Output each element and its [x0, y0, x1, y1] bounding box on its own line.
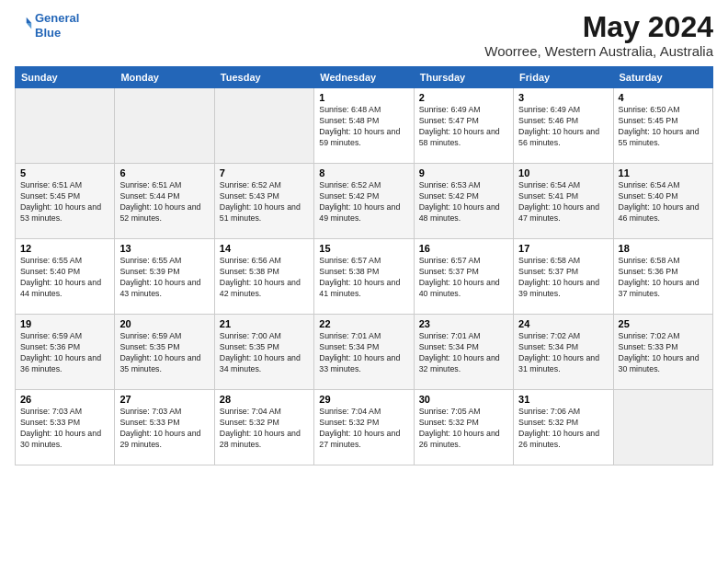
calendar-cell-w3-d4: 23Sunrise: 7:01 AMSunset: 5:34 PMDayligh…	[414, 315, 513, 390]
day-info: Sunrise: 6:50 AMSunset: 5:45 PMDaylight:…	[619, 105, 708, 149]
day-number: 26	[20, 394, 109, 405]
calendar-cell-w0-d3: 1Sunrise: 6:48 AMSunset: 5:48 PMDaylight…	[314, 88, 414, 164]
calendar-row-3: 19Sunrise: 6:59 AMSunset: 5:36 PMDayligh…	[16, 315, 713, 390]
day-number: 7	[220, 167, 309, 178]
day-info: Sunrise: 6:57 AMSunset: 5:38 PMDaylight:…	[319, 256, 408, 300]
header-saturday: Saturday	[613, 67, 712, 88]
calendar-cell-w4-d4: 30Sunrise: 7:05 AMSunset: 5:32 PMDayligh…	[414, 390, 513, 465]
calendar-cell-w3-d5: 24Sunrise: 7:02 AMSunset: 5:34 PMDayligh…	[514, 315, 613, 390]
calendar-cell-w1-d2: 7Sunrise: 6:52 AMSunset: 5:43 PMDaylight…	[214, 164, 313, 239]
day-number: 25	[619, 318, 708, 329]
calendar-cell-w3-d3: 22Sunrise: 7:01 AMSunset: 5:34 PMDayligh…	[314, 315, 414, 390]
calendar-cell-w4-d5: 31Sunrise: 7:06 AMSunset: 5:32 PMDayligh…	[514, 390, 613, 465]
svg-marker-1	[27, 23, 31, 29]
day-info: Sunrise: 6:48 AMSunset: 5:48 PMDaylight:…	[319, 105, 408, 149]
location-title: Woorree, Western Australia, Australia	[484, 43, 713, 59]
calendar-row-4: 26Sunrise: 7:03 AMSunset: 5:33 PMDayligh…	[16, 390, 713, 465]
calendar-cell-w4-d2: 28Sunrise: 7:04 AMSunset: 5:32 PMDayligh…	[214, 390, 313, 465]
day-number: 4	[619, 92, 708, 103]
day-number: 19	[20, 318, 109, 329]
calendar-cell-w1-d4: 9Sunrise: 6:53 AMSunset: 5:42 PMDaylight…	[414, 164, 513, 239]
logo-icon	[15, 15, 33, 33]
calendar: Sunday Monday Tuesday Wednesday Thursday…	[15, 66, 713, 465]
day-number: 5	[20, 167, 109, 178]
day-number: 3	[518, 92, 608, 103]
calendar-cell-w0-d1	[115, 88, 214, 164]
calendar-cell-w4-d1: 27Sunrise: 7:03 AMSunset: 5:33 PMDayligh…	[115, 390, 214, 465]
calendar-cell-w2-d1: 13Sunrise: 6:55 AMSunset: 5:39 PMDayligh…	[115, 239, 214, 315]
calendar-cell-w1-d1: 6Sunrise: 6:51 AMSunset: 5:44 PMDaylight…	[115, 164, 214, 239]
day-number: 6	[119, 167, 209, 178]
calendar-cell-w0-d6: 4Sunrise: 6:50 AMSunset: 5:45 PMDaylight…	[613, 88, 712, 164]
calendar-cell-w3-d6: 25Sunrise: 7:02 AMSunset: 5:33 PMDayligh…	[613, 315, 712, 390]
title-area: May 2024 Woorree, Western Australia, Aus…	[484, 11, 713, 59]
logo-text: General Blue	[35, 11, 79, 40]
day-info: Sunrise: 6:59 AMSunset: 5:35 PMDaylight:…	[119, 331, 209, 375]
calendar-cell-w1-d3: 8Sunrise: 6:52 AMSunset: 5:42 PMDaylight…	[314, 164, 414, 239]
day-info: Sunrise: 6:57 AMSunset: 5:37 PMDaylight:…	[419, 256, 508, 300]
month-title: May 2024	[484, 11, 713, 43]
calendar-row-0: 1Sunrise: 6:48 AMSunset: 5:48 PMDaylight…	[16, 88, 713, 164]
day-info: Sunrise: 6:56 AMSunset: 5:38 PMDaylight:…	[220, 256, 309, 300]
day-info: Sunrise: 6:54 AMSunset: 5:40 PMDaylight:…	[619, 180, 708, 224]
calendar-cell-w0-d5: 3Sunrise: 6:49 AMSunset: 5:46 PMDaylight…	[514, 88, 613, 164]
day-number: 23	[419, 318, 508, 329]
day-info: Sunrise: 7:02 AMSunset: 5:33 PMDaylight:…	[619, 331, 708, 375]
calendar-cell-w2-d0: 12Sunrise: 6:55 AMSunset: 5:40 PMDayligh…	[16, 239, 115, 315]
day-number: 12	[20, 243, 109, 254]
calendar-cell-w2-d3: 15Sunrise: 6:57 AMSunset: 5:38 PMDayligh…	[314, 239, 414, 315]
calendar-cell-w1-d0: 5Sunrise: 6:51 AMSunset: 5:45 PMDaylight…	[16, 164, 115, 239]
day-number: 28	[220, 394, 309, 405]
calendar-cell-w1-d6: 11Sunrise: 6:54 AMSunset: 5:40 PMDayligh…	[613, 164, 712, 239]
header-thursday: Thursday	[414, 67, 513, 88]
day-info: Sunrise: 6:55 AMSunset: 5:40 PMDaylight:…	[20, 256, 109, 300]
day-info: Sunrise: 7:03 AMSunset: 5:33 PMDaylight:…	[20, 407, 109, 451]
header: General Blue May 2024 Woorree, Western A…	[15, 11, 713, 59]
day-number: 15	[319, 243, 408, 254]
day-number: 31	[518, 394, 608, 405]
day-info: Sunrise: 7:00 AMSunset: 5:35 PMDaylight:…	[220, 331, 309, 375]
header-sunday: Sunday	[16, 67, 115, 88]
header-tuesday: Tuesday	[214, 67, 313, 88]
calendar-cell-w2-d5: 17Sunrise: 6:58 AMSunset: 5:37 PMDayligh…	[514, 239, 613, 315]
day-info: Sunrise: 6:58 AMSunset: 5:36 PMDaylight:…	[619, 256, 708, 300]
calendar-cell-w4-d6	[613, 390, 712, 465]
day-number: 24	[518, 318, 608, 329]
day-number: 29	[319, 394, 408, 405]
day-info: Sunrise: 6:59 AMSunset: 5:36 PMDaylight:…	[20, 331, 109, 375]
calendar-header-row: Sunday Monday Tuesday Wednesday Thursday…	[16, 67, 713, 88]
day-number: 8	[319, 167, 408, 178]
day-number: 30	[419, 394, 508, 405]
day-info: Sunrise: 7:05 AMSunset: 5:32 PMDaylight:…	[419, 407, 508, 451]
day-info: Sunrise: 6:51 AMSunset: 5:44 PMDaylight:…	[119, 180, 209, 224]
day-number: 1	[319, 92, 408, 103]
day-info: Sunrise: 7:04 AMSunset: 5:32 PMDaylight:…	[220, 407, 309, 451]
day-info: Sunrise: 7:02 AMSunset: 5:34 PMDaylight:…	[518, 331, 608, 375]
calendar-cell-w4-d3: 29Sunrise: 7:04 AMSunset: 5:32 PMDayligh…	[314, 390, 414, 465]
calendar-cell-w3-d2: 21Sunrise: 7:00 AMSunset: 5:35 PMDayligh…	[214, 315, 313, 390]
logo-line1: General	[35, 11, 79, 25]
calendar-cell-w0-d0	[16, 88, 115, 164]
calendar-cell-w4-d0: 26Sunrise: 7:03 AMSunset: 5:33 PMDayligh…	[16, 390, 115, 465]
header-friday: Friday	[514, 67, 613, 88]
calendar-cell-w0-d4: 2Sunrise: 6:49 AMSunset: 5:47 PMDaylight…	[414, 88, 513, 164]
day-info: Sunrise: 6:52 AMSunset: 5:43 PMDaylight:…	[220, 180, 309, 224]
logo-line2: Blue	[35, 26, 61, 40]
day-info: Sunrise: 6:58 AMSunset: 5:37 PMDaylight:…	[518, 256, 608, 300]
day-number: 18	[619, 243, 708, 254]
day-number: 21	[220, 318, 309, 329]
day-number: 10	[518, 167, 608, 178]
day-number: 20	[119, 318, 209, 329]
day-number: 2	[419, 92, 508, 103]
day-number: 14	[220, 243, 309, 254]
day-info: Sunrise: 6:49 AMSunset: 5:46 PMDaylight:…	[518, 105, 608, 149]
day-info: Sunrise: 7:01 AMSunset: 5:34 PMDaylight:…	[419, 331, 508, 375]
calendar-row-2: 12Sunrise: 6:55 AMSunset: 5:40 PMDayligh…	[16, 239, 713, 315]
calendar-cell-w1-d5: 10Sunrise: 6:54 AMSunset: 5:41 PMDayligh…	[514, 164, 613, 239]
day-info: Sunrise: 7:01 AMSunset: 5:34 PMDaylight:…	[319, 331, 408, 375]
day-number: 9	[419, 167, 508, 178]
day-info: Sunrise: 7:04 AMSunset: 5:32 PMDaylight:…	[319, 407, 408, 451]
day-info: Sunrise: 6:52 AMSunset: 5:42 PMDaylight:…	[319, 180, 408, 224]
day-number: 17	[518, 243, 608, 254]
day-number: 22	[319, 318, 408, 329]
